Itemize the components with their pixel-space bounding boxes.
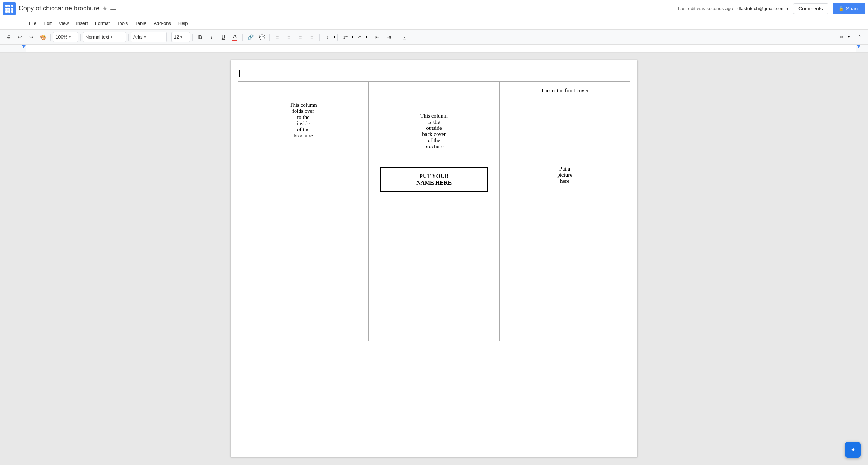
text-color-label: A: [233, 34, 237, 39]
font-dropdown[interactable]: Arial ▾: [131, 32, 167, 42]
bullet-list-arrow[interactable]: ▾: [366, 35, 367, 39]
text-cursor: [239, 70, 240, 77]
bullet-list-button[interactable]: •≡: [354, 32, 365, 43]
separator: [269, 34, 270, 41]
underline-button[interactable]: U: [218, 32, 229, 43]
redo-button[interactable]: ↪: [26, 32, 37, 43]
col-middle-top: This columnis theoutsideback coverof the…: [375, 88, 493, 164]
col-middle-top-text: This columnis theoutsideback coverof the…: [382, 102, 486, 157]
col-left-text: This columnfolds overto theinsideof theb…: [244, 88, 363, 139]
align-left-button[interactable]: ≡: [272, 32, 283, 43]
separator: [337, 34, 338, 41]
top-bar: Copy of chiccarine brochure ★ ▬ Last edi…: [0, 0, 868, 17]
align-right-button[interactable]: ≡: [295, 32, 306, 43]
last-edit-status: Last edit was seconds ago: [678, 6, 733, 11]
share-button[interactable]: 🔒 Share: [833, 3, 865, 14]
paint-format-button[interactable]: 🎨: [37, 32, 48, 43]
menu-help[interactable]: Help: [175, 19, 191, 27]
formula-button[interactable]: ∑: [399, 32, 410, 43]
star-icon[interactable]: ★: [102, 5, 107, 12]
justify-button[interactable]: ≡: [307, 32, 317, 43]
link-button[interactable]: 🔗: [245, 32, 256, 43]
user-dropdown-icon: ▾: [786, 6, 789, 11]
separator: [169, 34, 169, 41]
folder-icon[interactable]: ▬: [110, 5, 116, 12]
ruler: [0, 45, 868, 53]
increase-indent-button[interactable]: ⇥: [384, 32, 394, 43]
text-color-bar: [232, 40, 237, 41]
zoom-dropdown[interactable]: 100% ▾: [53, 32, 78, 42]
numbered-list-button[interactable]: 1≡: [340, 32, 351, 43]
top-right-area: Last edit was seconds ago dlastutech@gma…: [678, 3, 865, 14]
separator: [319, 34, 320, 41]
separator: [80, 34, 81, 41]
name-box[interactable]: PUT YOURNAME HERE: [380, 167, 488, 192]
document-area[interactable]: This columnfolds overto theinsideof theb…: [0, 53, 868, 464]
font-arrow: ▾: [144, 35, 146, 39]
decrease-indent-button[interactable]: ⇤: [372, 32, 383, 43]
style-arrow: ▾: [111, 35, 112, 39]
toolbar: 🖨 ↩ ↪ 🎨 100% ▾ Normal text ▾ Arial ▾ 12 …: [0, 30, 868, 45]
menu-tools[interactable]: Tools: [114, 19, 131, 27]
menu-bar: File Edit View Insert Format Tools Table…: [0, 17, 868, 30]
menu-insert[interactable]: Insert: [73, 19, 91, 27]
col-middle-bottom: [375, 192, 493, 264]
undo-button[interactable]: ↩: [14, 32, 25, 43]
draw-button[interactable]: ✏: [836, 32, 847, 43]
align-center-button[interactable]: ≡: [283, 32, 294, 43]
document-title[interactable]: Copy of chiccarine brochure: [19, 5, 99, 12]
separator: [852, 34, 852, 41]
bold-button[interactable]: B: [195, 32, 206, 43]
draw-arrow[interactable]: ▾: [848, 35, 850, 39]
line-spacing-button[interactable]: ↕: [322, 32, 333, 43]
size-arrow: ▾: [180, 35, 182, 39]
style-value: Normal text: [85, 34, 109, 40]
picture-here-text: Put apicturehere: [505, 166, 624, 184]
italic-button[interactable]: I: [206, 32, 217, 43]
separator-line: [380, 164, 488, 164]
brochure-col-left[interactable]: This columnfolds overto theinsideof theb…: [238, 82, 369, 341]
size-value: 12: [174, 34, 179, 40]
print-button[interactable]: 🖨: [3, 32, 14, 43]
zoom-arrow: ▾: [69, 35, 71, 39]
brochure-table: This columnfolds overto theinsideof theb…: [238, 81, 630, 341]
ruler-marker-left: [22, 45, 26, 48]
separator: [50, 34, 51, 41]
menu-format[interactable]: Format: [92, 19, 113, 27]
menu-addons[interactable]: Add-ons: [151, 19, 174, 27]
user-account[interactable]: dlastutech@gmail.com ▾: [737, 6, 789, 11]
ai-assistant-button[interactable]: ✦: [845, 442, 861, 458]
front-cover-text: This is the front cover: [505, 88, 624, 94]
font-value: Arial: [133, 34, 143, 40]
menu-file[interactable]: File: [26, 19, 39, 27]
brochure-col-right[interactable]: This is the front cover Put apicturehere: [500, 82, 630, 341]
menu-edit[interactable]: Edit: [41, 19, 54, 27]
text-color-button[interactable]: A: [229, 32, 240, 43]
menu-table[interactable]: Table: [132, 19, 149, 27]
size-dropdown[interactable]: 12 ▾: [171, 32, 190, 42]
separator: [370, 34, 370, 41]
separator: [128, 34, 129, 41]
zoom-value: 100%: [55, 34, 67, 40]
comment-button[interactable]: 💬: [256, 32, 267, 43]
comments-button[interactable]: Comments: [793, 3, 828, 14]
separator: [192, 34, 193, 41]
separator: [242, 34, 243, 41]
ruler-marker-right: [856, 45, 861, 48]
collapse-toolbar-button[interactable]: ⌃: [854, 32, 865, 43]
menu-view[interactable]: View: [56, 19, 72, 27]
share-label: Share: [846, 6, 859, 12]
separator: [397, 34, 397, 41]
google-apps-button[interactable]: [3, 2, 16, 15]
doc-title-area: Copy of chiccarine brochure ★ ▬: [19, 5, 678, 12]
document-page: This columnfolds overto theinsideof theb…: [231, 60, 637, 457]
brochure-col-middle[interactable]: This columnis theoutsideback coverof the…: [369, 82, 500, 341]
style-dropdown[interactable]: Normal text ▾: [83, 32, 126, 42]
ruler-inner: [26, 45, 856, 52]
name-box-wrapper: PUT YOURNAME HERE: [375, 167, 493, 192]
lock-icon: 🔒: [838, 6, 844, 11]
line-spacing-arrow[interactable]: ▾: [334, 35, 335, 39]
numbered-list-arrow[interactable]: ▾: [352, 35, 353, 39]
user-email: dlastutech@gmail.com: [737, 6, 785, 11]
name-box-text: PUT YOURNAME HERE: [416, 173, 452, 186]
